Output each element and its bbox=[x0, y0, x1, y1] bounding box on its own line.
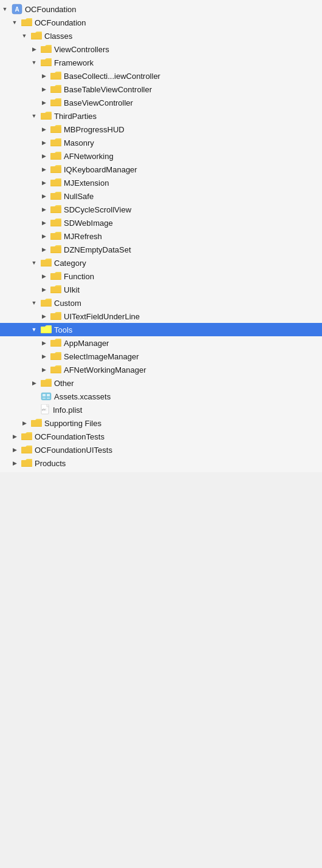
disclosure-ocfoundationtests[interactable] bbox=[10, 432, 19, 441]
tree-item-root[interactable]: A OCFoundation bbox=[0, 2, 322, 16]
svg-rect-13 bbox=[50, 92, 61, 93]
tree-item-basecollection[interactable]: BaseCollecti...iewController bbox=[0, 69, 322, 83]
tree-item-ocfoundation[interactable]: OCFoundation bbox=[0, 16, 322, 29]
disclosure-dznemptydataset[interactable] bbox=[39, 245, 49, 254]
folder-icon-sdcyclescrollview bbox=[50, 205, 61, 214]
disclosure-uikit[interactable] bbox=[39, 285, 49, 294]
tree-item-afnetworking[interactable]: AFNetworking bbox=[0, 149, 322, 163]
folder-icon-framework bbox=[41, 58, 52, 67]
tree-item-supportingfiles[interactable]: Supporting Files bbox=[0, 416, 322, 430]
item-label-mbprogresshud: MBProgressHUD bbox=[64, 125, 125, 134]
svg-rect-31 bbox=[50, 212, 61, 213]
svg-rect-48 bbox=[41, 327, 52, 333]
svg-rect-52 bbox=[50, 353, 61, 360]
disclosure-basetableview[interactable] bbox=[39, 84, 49, 94]
folder-icon-basetableview bbox=[50, 85, 61, 93]
disclosure-basecollection[interactable] bbox=[39, 71, 49, 81]
svg-rect-27 bbox=[50, 186, 61, 186]
disclosure-ocfoundationuitests[interactable] bbox=[10, 445, 19, 455]
tree-item-other[interactable]: Other bbox=[0, 376, 322, 390]
disclosure-mjrefresh[interactable] bbox=[39, 231, 49, 241]
svg-rect-54 bbox=[50, 367, 61, 373]
folder-icon-selectimagemanager bbox=[50, 352, 61, 361]
tree-item-mjextension[interactable]: MJExtension bbox=[0, 176, 322, 189]
tree-item-assets[interactable]: Assets.xcassets bbox=[0, 390, 322, 403]
tree-item-baseviewcontroller[interactable]: BaseViewController bbox=[0, 96, 322, 109]
disclosure-tools[interactable] bbox=[29, 325, 39, 334]
svg-rect-41 bbox=[50, 279, 61, 280]
disclosure-iqkeyboard[interactable] bbox=[39, 164, 49, 174]
tree-item-afnetworkingmanager[interactable]: AFNetWorkingManager bbox=[0, 363, 322, 376]
disclosure-nullsafe[interactable] bbox=[39, 191, 49, 201]
disclosure-framework[interactable] bbox=[29, 58, 39, 67]
tree-item-sdcyclescrollview[interactable]: SDCycleScrollView bbox=[0, 203, 322, 216]
item-label-iqkeyboard: IQKeyboardManager bbox=[64, 165, 137, 174]
disclosure-baseviewcontroller[interactable] bbox=[39, 98, 49, 107]
tree-item-sdwebimage[interactable]: SDWebImage bbox=[0, 216, 322, 229]
item-label-ocfoundationuitests: OCFoundationUITests bbox=[35, 446, 112, 455]
disclosure-custom[interactable] bbox=[29, 298, 39, 308]
disclosure-other[interactable] bbox=[29, 378, 39, 388]
item-label-basetableview: BaseTableViewController bbox=[64, 85, 152, 94]
svg-rect-38 bbox=[41, 260, 52, 266]
disclosure-supportingfiles[interactable] bbox=[19, 418, 29, 428]
disclosure-afnetworkingmanager[interactable] bbox=[39, 365, 49, 375]
tree-item-masonry[interactable]: Masonry bbox=[0, 136, 322, 149]
folder-icon-sdwebimage bbox=[50, 219, 61, 227]
disclosure-function[interactable] bbox=[39, 271, 49, 281]
svg-rect-10 bbox=[50, 73, 61, 80]
disclosure-products[interactable] bbox=[10, 458, 19, 468]
tree-item-classes[interactable]: Classes bbox=[0, 29, 322, 42]
disclosure-mjextension[interactable] bbox=[39, 178, 49, 188]
disclosure-masonry[interactable] bbox=[39, 138, 49, 147]
disclosure-thirdparties[interactable] bbox=[29, 111, 39, 121]
tree-item-function[interactable]: Function bbox=[0, 270, 322, 283]
tree-item-viewcontrollers[interactable]: ViewControllers bbox=[0, 42, 322, 56]
tree-item-products[interactable]: Products bbox=[0, 456, 322, 470]
tree-item-ocfoundationtests[interactable]: OCFoundationTests bbox=[0, 430, 322, 443]
disclosure-appmanager[interactable] bbox=[39, 338, 49, 348]
tree-item-selectimagemanager[interactable]: SelectImageManager bbox=[0, 350, 322, 363]
disclosure-sdwebimage[interactable] bbox=[39, 218, 49, 228]
svg-rect-51 bbox=[50, 346, 61, 347]
tree-item-tools[interactable]: Tools bbox=[0, 323, 322, 336]
disclosure-category[interactable] bbox=[29, 258, 39, 268]
tree-item-category[interactable]: Category bbox=[0, 256, 322, 270]
folder-icon-products bbox=[21, 459, 32, 467]
disclosure-ocfoundation[interactable] bbox=[10, 18, 19, 27]
folder-icon-iqkeyboard bbox=[50, 165, 61, 174]
tree-item-mbprogresshud[interactable]: MBProgressHUD bbox=[0, 123, 322, 136]
tree-item-uitextfieldunderline[interactable]: UITextFieldUnderLine bbox=[0, 310, 322, 323]
svg-rect-18 bbox=[50, 126, 61, 133]
item-label-mjextension: MJExtension bbox=[64, 178, 109, 188]
tree-item-nullsafe[interactable]: NullSafe bbox=[0, 189, 322, 203]
folder-icon-mjextension bbox=[50, 178, 61, 187]
svg-rect-20 bbox=[50, 140, 61, 146]
tree-item-dznemptydataset[interactable]: DZNEmptyDataSet bbox=[0, 243, 322, 256]
disclosure-sdcyclescrollview[interactable] bbox=[39, 205, 49, 214]
disclosure-root[interactable] bbox=[0, 4, 10, 14]
item-label-other: Other bbox=[54, 379, 74, 388]
disclosure-uitextfieldunderline[interactable] bbox=[39, 311, 49, 321]
svg-rect-11 bbox=[50, 79, 61, 80]
disclosure-viewcontrollers[interactable] bbox=[29, 44, 39, 54]
tree-item-thirdparties[interactable]: ThirdParties bbox=[0, 109, 322, 123]
item-label-infoplist: Info.plist bbox=[53, 405, 82, 415]
disclosure-mbprogresshud[interactable] bbox=[39, 124, 49, 134]
disclosure-classes[interactable] bbox=[19, 31, 29, 41]
item-label-classes: Classes bbox=[44, 32, 72, 41]
disclosure-selectimagemanager[interactable] bbox=[39, 351, 49, 361]
tree-item-custom[interactable]: Custom bbox=[0, 296, 322, 310]
tree-item-uikit[interactable]: UIkit bbox=[0, 283, 322, 296]
tree-item-basetableview[interactable]: BaseTableViewController bbox=[0, 83, 322, 96]
tree-item-framework[interactable]: Framework bbox=[0, 56, 322, 69]
tree-item-appmanager[interactable]: AppManager bbox=[0, 336, 322, 350]
disclosure-afnetworking[interactable] bbox=[39, 151, 49, 161]
tree-item-ocfoundationuitests[interactable]: OCFoundationUITests bbox=[0, 443, 322, 456]
item-label-basecollection: BaseCollecti...iewController bbox=[64, 72, 160, 81]
svg-rect-62 bbox=[47, 398, 50, 399]
tree-item-infoplist[interactable]: plist Info.plist bbox=[0, 403, 322, 416]
item-label-supportingfiles: Supporting Files bbox=[44, 419, 101, 428]
tree-item-iqkeyboard[interactable]: IQKeyboardManager bbox=[0, 163, 322, 176]
tree-item-mjrefresh[interactable]: MJRefresh bbox=[0, 229, 322, 243]
